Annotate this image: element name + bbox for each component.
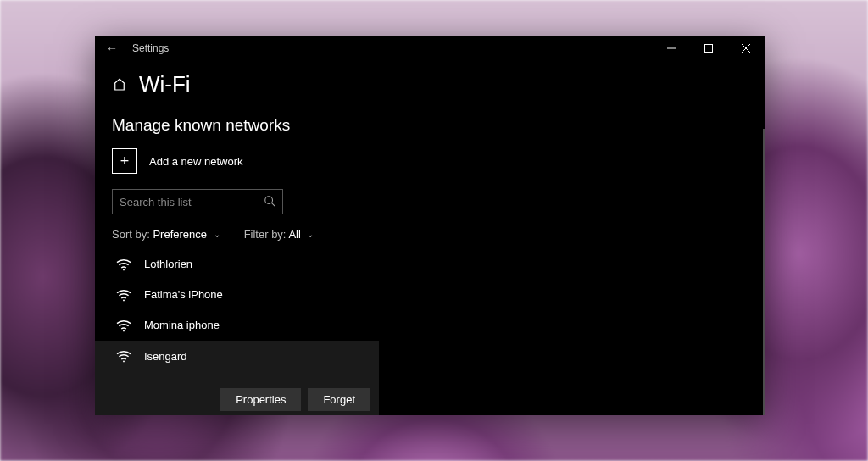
window-content: Wi-Fi Manage known networks + Add a new …	[95, 61, 765, 415]
home-icon[interactable]	[112, 77, 127, 92]
search-input-container[interactable]	[112, 189, 283, 214]
svg-point-4	[265, 196, 273, 203]
svg-point-8	[123, 330, 125, 331]
add-network-label: Add a new network	[149, 155, 243, 168]
scrollbar[interactable]	[763, 129, 765, 415]
maximize-button[interactable]	[690, 36, 727, 61]
back-button[interactable]: ←	[95, 42, 129, 55]
search-input[interactable]	[120, 196, 264, 208]
network-name: Momina iphone	[144, 319, 220, 331]
chevron-down-icon: ⌄	[214, 230, 220, 239]
svg-point-7	[123, 299, 125, 301]
chevron-down-icon: ⌄	[307, 230, 314, 239]
network-item[interactable]: Momina iphone	[112, 310, 748, 341]
page-title: Wi-Fi	[139, 71, 191, 97]
sort-by-value: Preference	[153, 228, 207, 241]
filter-by-dropdown[interactable]: Filter by: All ⌄	[244, 228, 314, 241]
network-list: Lothlorien Fatima's iPhone Momina iphone	[112, 249, 748, 415]
filter-by-label: Filter by:	[244, 228, 287, 241]
window-title: Settings	[129, 42, 169, 54]
network-name: Fatima's iPhone	[144, 288, 223, 301]
wifi-icon	[115, 319, 132, 332]
svg-point-9	[123, 360, 125, 362]
network-name: Isengard	[144, 350, 187, 363]
window-titlebar: ← Settings	[95, 36, 765, 61]
minimize-button[interactable]	[653, 36, 690, 61]
network-name: Lothlorien	[144, 258, 192, 270]
wifi-icon	[115, 258, 132, 271]
network-item[interactable]: Lothlorien	[112, 249, 748, 280]
sort-by-dropdown[interactable]: Sort by: Preference ⌄	[112, 228, 220, 241]
network-item[interactable]: Fatima's iPhone	[112, 280, 748, 310]
network-item-selected[interactable]: Isengard Properties Forget	[95, 341, 379, 415]
svg-line-5	[272, 203, 275, 206]
sort-by-label: Sort by:	[112, 228, 150, 241]
svg-point-6	[123, 269, 125, 270]
properties-button[interactable]: Properties	[220, 388, 301, 411]
search-icon	[264, 195, 275, 209]
filter-by-value: All	[288, 228, 300, 241]
svg-rect-1	[705, 45, 713, 53]
wifi-icon	[115, 288, 132, 302]
section-heading: Manage known networks	[112, 116, 748, 135]
forget-button[interactable]: Forget	[308, 388, 370, 411]
add-network-button[interactable]: + Add a new network	[112, 148, 748, 174]
close-button[interactable]	[727, 36, 765, 61]
wifi-icon	[115, 349, 132, 363]
plus-icon: +	[112, 148, 137, 174]
settings-window: ← Settings Wi-Fi Manage known networks +	[95, 36, 765, 415]
